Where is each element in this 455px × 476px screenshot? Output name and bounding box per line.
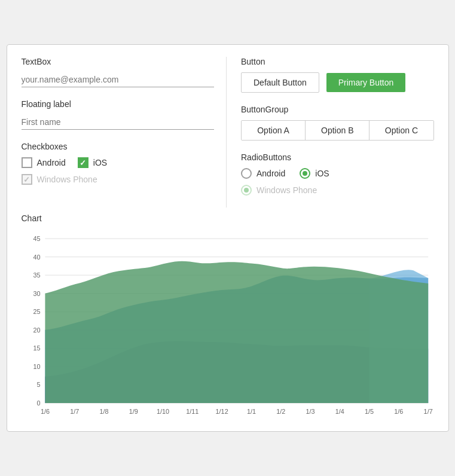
svg-text:35: 35: [33, 271, 40, 279]
radio-ios[interactable]: iOS: [300, 168, 329, 179]
radio-windows-phone-circle: [241, 185, 252, 196]
main-card: TextBox Floating label Checkboxes Androi…: [7, 44, 449, 432]
radio-ios-dot: [303, 171, 307, 176]
svg-text:1/7: 1/7: [70, 408, 79, 415]
radio-windows-phone-label: Windows Phone: [256, 185, 317, 195]
radio-windows-phone: Windows Phone: [241, 185, 317, 196]
button-title: Button: [241, 57, 434, 66]
checkbox-android-label: Android: [37, 158, 66, 167]
radio-title: RadioButtons: [241, 152, 434, 162]
svg-text:45: 45: [33, 235, 40, 242]
primary-button[interactable]: Primary Button: [326, 73, 406, 92]
textbox-section: TextBox: [22, 57, 215, 87]
buttongroup-section: ButtonGroup Option A Option B Option C: [241, 105, 434, 141]
chart-title: Chart: [22, 213, 434, 223]
top-section: TextBox Floating label Checkboxes Androi…: [22, 57, 434, 208]
checkboxes-title: Checkboxes: [22, 142, 215, 151]
checkbox-group: Android ✓ iOS: [22, 157, 215, 185]
checkbox-windows-phone-box: ✓: [22, 174, 32, 185]
chart-area-green: [45, 261, 428, 403]
floating-label-section: Floating label: [22, 99, 215, 130]
default-button[interactable]: Default Button: [241, 72, 319, 93]
checkbox-windows-phone-label: Windows Phone: [37, 175, 97, 184]
checkmark-icon: ✓: [80, 159, 86, 167]
checkmark-disabled-icon: ✓: [23, 176, 30, 184]
svg-text:1/5: 1/5: [365, 408, 374, 415]
btn-group-option-b[interactable]: Option B: [306, 121, 370, 140]
svg-text:0: 0: [36, 399, 40, 407]
svg-text:1/3: 1/3: [306, 408, 314, 415]
radio-group: Android iOS: [241, 168, 434, 196]
svg-text:1/4: 1/4: [335, 408, 344, 415]
radio-section: RadioButtons Android iOS: [241, 152, 434, 196]
radio-ios-circle: [300, 168, 310, 179]
right-column: Button Default Button Primary Button But…: [227, 57, 434, 208]
chart-svg: 0 5 10 15 20 25 30 35 40 45: [22, 228, 434, 419]
floating-label-input[interactable]: [22, 115, 215, 130]
svg-text:40: 40: [33, 254, 40, 261]
svg-text:1/10: 1/10: [157, 408, 169, 415]
svg-text:1/11: 1/11: [186, 408, 199, 415]
checkboxes-section: Checkboxes Android ✓ iOS: [22, 142, 215, 185]
svg-text:10: 10: [33, 363, 40, 370]
button-group-control: Option A Option B Option C: [241, 120, 434, 141]
svg-text:15: 15: [33, 344, 40, 352]
checkbox-ios[interactable]: ✓ iOS: [78, 157, 107, 168]
svg-text:20: 20: [33, 327, 40, 334]
checkbox-row-1: Android ✓ iOS: [22, 157, 215, 168]
button-row: Default Button Primary Button: [241, 72, 434, 93]
buttongroup-title: ButtonGroup: [241, 105, 434, 114]
radio-ios-label: iOS: [315, 169, 329, 178]
left-column: TextBox Floating label Checkboxes Androi…: [22, 57, 227, 208]
svg-text:1/9: 1/9: [129, 408, 138, 415]
radio-row-1: Android iOS: [241, 168, 434, 179]
checkbox-android-box: [22, 157, 32, 168]
radio-android[interactable]: Android: [241, 168, 285, 179]
chart-section: Chart 0 5 10 15: [22, 213, 434, 419]
button-section: Button Default Button Primary Button: [241, 57, 434, 93]
btn-group-option-a[interactable]: Option A: [242, 121, 306, 140]
svg-text:5: 5: [36, 381, 40, 388]
svg-text:30: 30: [33, 290, 40, 297]
radio-android-label: Android: [256, 169, 285, 178]
checkbox-android[interactable]: Android: [22, 157, 66, 168]
btn-group-option-c[interactable]: Option C: [370, 121, 433, 140]
textbox-input[interactable]: [22, 72, 215, 87]
checkbox-ios-box: ✓: [78, 157, 88, 168]
chart-container: 0 5 10 15 20 25 30 35 40 45: [22, 228, 434, 419]
svg-text:25: 25: [33, 308, 40, 315]
radio-row-2: Windows Phone: [241, 185, 434, 196]
floating-label-title: Floating label: [22, 99, 215, 109]
svg-text:1/1: 1/1: [246, 408, 255, 415]
radio-windows-phone-dot: [244, 188, 249, 193]
svg-text:1/8: 1/8: [99, 408, 108, 415]
radio-android-circle: [241, 168, 252, 179]
svg-text:1/2: 1/2: [276, 408, 285, 415]
textbox-title: TextBox: [22, 57, 215, 66]
checkbox-windows-phone: ✓ Windows Phone: [22, 174, 97, 185]
checkbox-ios-label: iOS: [93, 158, 107, 167]
svg-text:1/12: 1/12: [215, 408, 228, 415]
checkbox-row-2: ✓ Windows Phone: [22, 174, 215, 185]
svg-text:1/7: 1/7: [423, 408, 432, 415]
svg-text:1/6: 1/6: [394, 408, 403, 415]
svg-text:1/6: 1/6: [40, 408, 49, 415]
